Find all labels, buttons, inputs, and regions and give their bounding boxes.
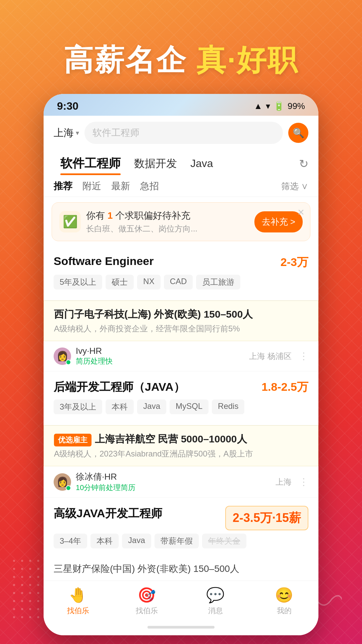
job-tags-2: 3年及以上 本科 Java MySQL Redis (54, 399, 308, 414)
status-icons: ▲ ▾ 🔋 99% (254, 101, 305, 111)
hr-status-2: 10分钟前处理简历 (76, 483, 135, 493)
search-button[interactable]: 🔍 (288, 123, 308, 143)
hr-location-2: 上海 (276, 477, 292, 487)
preferred-badge: 优选雇主 (54, 434, 92, 446)
notif-action-button[interactable]: 去补充 > (254, 211, 303, 232)
notification-banner: ✅ 你有 1 个求职偏好待补充 长白班、做五休二、岗位方向... 去补充 > ✕ (52, 202, 310, 241)
search-icon: 🔍 (293, 127, 304, 139)
job-tag: 本科 (90, 534, 119, 548)
more-options-icon-2[interactable]: ⋮ (299, 476, 308, 487)
category-tabs: 软件工程师 数据开发 Java ↻ (44, 150, 318, 176)
hr-name-1: Ivy·HR (76, 346, 113, 356)
category-tab-java[interactable]: Java (184, 155, 220, 172)
nav-item-messages[interactable]: 💬 消息 (181, 586, 250, 616)
job-title-1: Software Engineer (54, 255, 154, 268)
nav-label-profile: 我的 (277, 606, 292, 616)
notif-main-text: 你有 1 个求职偏好待补充 (86, 209, 249, 222)
job-tag: 3年及以上 (54, 399, 102, 414)
filter-tab-urgent[interactable]: 急招 (140, 180, 159, 193)
city-name: 上海 (54, 126, 74, 140)
job-tag: Java (137, 399, 166, 414)
hr-avatar-wrapper-1: 👩 (54, 347, 71, 365)
online-status-dot-2 (66, 485, 71, 491)
nav-item-home[interactable]: 🤚 找伯乐 (44, 586, 112, 616)
phone-mockup: 9:30 ▲ ▾ 🔋 99% 上海 ▾ 软件工程师 🔍 软件工程师 数据开发 J… (44, 94, 318, 635)
job-tag: 本科 (106, 399, 134, 414)
job-tag: 硕士 (106, 275, 134, 289)
profile-icon: 😊 (275, 586, 293, 604)
status-time: 9:30 (57, 100, 78, 112)
notif-icon: ✅ (59, 211, 81, 232)
job-tag: 5年及以上 (54, 275, 102, 289)
hero-title-text: 高薪名企 真·好职 (64, 43, 299, 76)
company-desc-1: A级纳税人，外商投资企业，经营年限全国同行前5% (54, 323, 308, 334)
message-icon: 💬 (206, 586, 225, 604)
nav-item-profile[interactable]: 😊 我的 (250, 586, 318, 616)
notif-sub-text: 长白班、做五休二、岗位方向... (86, 223, 249, 234)
home-icon: 🤚 (69, 586, 87, 604)
online-status-dot (66, 360, 71, 365)
hr-location-1: 上海 杨浦区 (249, 351, 292, 362)
search-input-box[interactable]: 软件工程师 (84, 122, 283, 144)
job-salary-badge-3: 2-3.5万·15薪 (225, 506, 308, 530)
signal-icon: ▲ (254, 101, 262, 111)
wifi-icon: ▾ (266, 101, 270, 111)
bottom-navigation: 🤚 找伯乐 🎯 找伯乐 💬 消息 😊 我的 (44, 581, 318, 623)
job-tag: Java (122, 534, 151, 548)
job-tag: Redis (212, 399, 244, 414)
battery-icon: 🔋 (274, 101, 284, 111)
filter-tab-nearby[interactable]: 附近 (82, 180, 101, 193)
company-name-3: 三星财产保险(中国) 外资(非欧美) 150–500人 (44, 559, 318, 581)
filter-tabs: 推荐 附近 最新 急招 筛选 ∨ (44, 176, 318, 197)
hero-accent: 真·好职 (196, 43, 298, 76)
job-tag: NX (137, 275, 160, 289)
job-card-2[interactable]: 后端开发工程师（JAVA） 1.8-2.5万 3年及以上 本科 Java MyS… (44, 371, 318, 425)
nav-item-find[interactable]: 🎯 找伯乐 (112, 586, 181, 616)
company-desc-2: A级纳税人，2023年Asiabrand亚洲品牌500强，A股上市 (54, 448, 308, 459)
close-icon[interactable]: ✕ (297, 207, 305, 218)
find-icon: 🎯 (137, 586, 156, 604)
job-salary-2: 1.8-2.5万 (261, 379, 308, 395)
hr-row-1: 👩 Ivy·HR 简历处理快 上海 杨浦区 ⋮ (44, 341, 318, 371)
job-salary-1: 2-3万 (281, 255, 308, 270)
chevron-down-icon: ▾ (76, 129, 79, 137)
job-tag: CAD (164, 275, 193, 289)
hr-row-2: 👩 徐冰倩·HR 10分钟前处理简历 上海 ⋮ (44, 466, 318, 498)
search-bar: 上海 ▾ 软件工程师 🔍 (44, 116, 318, 150)
hero-title: 高薪名企 真·好职 (0, 40, 362, 80)
hr-avatar-wrapper-2: 👩 (54, 473, 71, 491)
job-tag: 员工旅游 (196, 275, 240, 289)
company-banner-1: 西门子电子科技(上海) 外资(欧美) 150–500人 A级纳税人，外商投资企业… (44, 301, 318, 341)
job-card-3[interactable]: 高级JAVA开发工程师 2-3.5万·15薪 3–4年 本科 Java 带薪年假… (44, 498, 318, 581)
hr-info-2: 徐冰倩·HR 10分钟前处理简历 (76, 471, 135, 493)
job-tag: 3–4年 (54, 534, 87, 548)
job-title-2: 后端开发工程师（JAVA） (54, 379, 185, 395)
company-name-2: 优选雇主上海吉祥航空 民营 5000–10000人 (54, 432, 308, 446)
job-tag: 带薪年假 (155, 534, 199, 548)
more-options-icon[interactable]: ⋮ (299, 351, 308, 362)
search-input[interactable]: 软件工程师 (93, 126, 139, 139)
company-banner-2: 优选雇主上海吉祥航空 民营 5000–10000人 A级纳税人，2023年Asi… (44, 425, 318, 466)
nav-label-messages: 消息 (208, 606, 223, 616)
edit-icon[interactable]: ↻ (299, 157, 308, 170)
battery-percent: 99% (288, 101, 305, 111)
hr-name-2: 徐冰倩·HR (76, 471, 135, 483)
job-title-3: 高级JAVA开发工程师 (54, 506, 162, 521)
home-indicator (44, 623, 318, 635)
status-bar: 9:30 ▲ ▾ 🔋 99% (44, 94, 318, 116)
job-card-1[interactable]: Software Engineer 2-3万 5年及以上 硕士 NX CAD 员… (44, 247, 318, 301)
job-tag: 年终关金 (202, 534, 246, 548)
hr-status-1: 简历处理快 (76, 356, 113, 366)
nav-label-find: 找伯乐 (136, 606, 158, 616)
filter-tab-latest[interactable]: 最新 (111, 180, 130, 193)
job-header-1: Software Engineer 2-3万 (54, 255, 308, 270)
city-selector[interactable]: 上海 ▾ (54, 126, 79, 140)
job-tag: MySQL (170, 399, 208, 414)
filter-options-button[interactable]: 筛选 ∨ (281, 180, 308, 192)
filter-tab-recommended[interactable]: 推荐 (54, 180, 72, 193)
home-bar (147, 626, 215, 629)
category-tab-software-engineer[interactable]: 软件工程师 (54, 153, 127, 174)
job-header-2: 后端开发工程师（JAVA） 1.8-2.5万 (54, 379, 308, 395)
category-tab-data-dev[interactable]: 数据开发 (127, 154, 184, 173)
notif-text: 你有 1 个求职偏好待补充 长白班、做五休二、岗位方向... (86, 209, 249, 234)
